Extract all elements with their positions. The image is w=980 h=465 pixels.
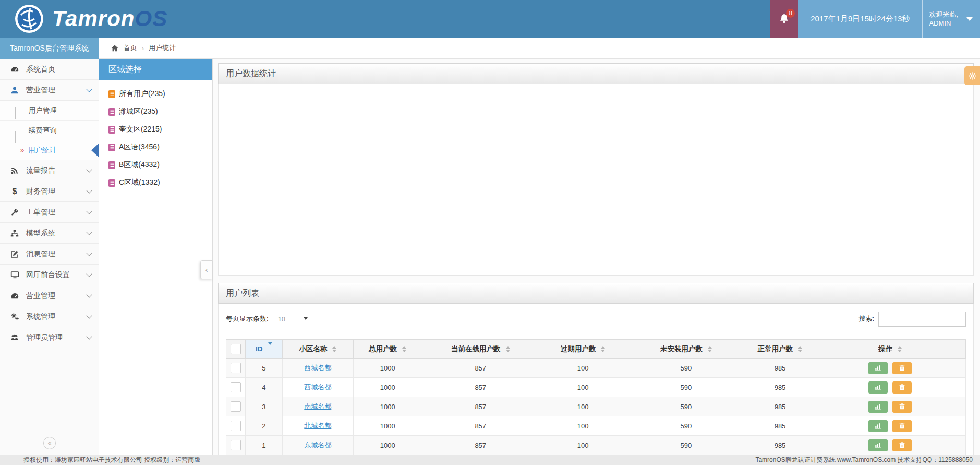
community-link[interactable]: 西城名都	[304, 383, 331, 391]
cell-normal: 985	[745, 436, 815, 455]
tachometer-icon	[9, 291, 20, 300]
delete-button[interactable]	[892, 439, 912, 451]
region-item-weicheng[interactable]: 潍城区(235)	[108, 103, 212, 121]
search-label: 搜索:	[858, 314, 874, 324]
sidebar-item-system-management[interactable]: 系统管理	[0, 306, 99, 327]
trash-icon	[899, 364, 905, 372]
delete-button[interactable]	[892, 401, 912, 413]
logo-globe-icon	[15, 4, 44, 33]
column-header-id[interactable]: ID	[245, 340, 282, 359]
breadcrumb-home[interactable]: 首页	[124, 43, 137, 53]
cell-id: 1	[245, 436, 282, 455]
footer: 授权使用：潍坊家园驿站电子技术有限公司 授权级别：运营商版 TamronOS腾龙…	[0, 455, 980, 465]
list-icon	[108, 161, 115, 169]
community-link[interactable]: 东城名都	[304, 441, 331, 449]
chevron-down-icon	[86, 292, 92, 297]
business-submenu: 用户管理 续费查询 » 用户统计	[0, 101, 99, 160]
delete-button[interactable]	[892, 420, 912, 432]
breadcrumb-current: 用户统计	[149, 43, 176, 53]
chevron-down-icon	[86, 250, 92, 256]
community-link[interactable]: 南城名都	[304, 402, 331, 410]
main-content: 用户数据统计 用户列表 每页显示条数: 10	[213, 59, 980, 455]
search-input[interactable]	[878, 312, 966, 327]
trash-icon	[899, 442, 905, 449]
table-row: 1 东城名都 1000 857 100 590 985	[226, 436, 966, 455]
column-header-total[interactable]: 总用户数	[353, 340, 422, 359]
delete-button[interactable]	[892, 362, 912, 374]
chart-button[interactable]	[868, 420, 888, 432]
user-menu[interactable]: 欢迎光临, ADMIN	[922, 0, 980, 38]
row-checkbox[interactable]	[231, 382, 241, 392]
rss-icon	[9, 166, 20, 175]
row-checkbox[interactable]	[231, 401, 241, 412]
sidebar-item-business-management[interactable]: 营业管理	[0, 80, 99, 101]
row-checkbox[interactable]	[231, 440, 241, 450]
sidebar-subitem-user-management[interactable]: 用户管理	[0, 101, 99, 121]
sidebar-item-admin-management[interactable]: 管理员管理	[0, 327, 99, 348]
column-header-uninstalled[interactable]: 未安装用户数	[627, 340, 745, 359]
sidebar-item-business-management-2[interactable]: 营业管理	[0, 285, 99, 306]
tree-dash	[15, 130, 21, 130]
region-panel-collapse-handle[interactable]: ‹	[200, 260, 213, 279]
sidebar-item-work-order-management[interactable]: 工单管理	[0, 202, 99, 223]
notification-badge: 8	[786, 9, 795, 18]
row-checkbox[interactable]	[231, 421, 241, 431]
sidebar-subitem-renewal-query[interactable]: 续费查询	[0, 121, 99, 140]
column-header-normal[interactable]: 正常用户数	[745, 340, 815, 359]
chart-button[interactable]	[868, 381, 888, 394]
breadcrumb: 首页 › 用户统计	[99, 38, 980, 59]
region-item-kuiwen[interactable]: 奎文区(2215)	[108, 121, 212, 138]
logo: TamronOS	[0, 0, 167, 38]
select-all-checkbox[interactable]	[231, 344, 241, 354]
chart-button[interactable]	[868, 401, 888, 413]
select-all-header	[226, 340, 246, 359]
cell-uninstalled: 590	[627, 397, 745, 416]
row-checkbox[interactable]	[231, 363, 241, 373]
region-panel-title: 区域选择	[99, 59, 212, 80]
footer-support-text: TamronOS腾龙认证计费系统 www.TamronOS.com 技术支持QQ…	[755, 456, 973, 464]
chevron-down-icon	[86, 313, 92, 318]
column-header-expired[interactable]: 过期用户数	[539, 340, 627, 359]
notifications-button[interactable]: 8	[770, 0, 798, 38]
column-header-name[interactable]: 小区名称	[282, 340, 353, 359]
region-item-b[interactable]: B区域(4332)	[108, 156, 212, 174]
sidebar-item-traffic-report[interactable]: 流量报告	[0, 160, 99, 181]
users-icon	[9, 333, 20, 342]
sort-desc-icon	[268, 345, 272, 353]
chart-button[interactable]	[868, 362, 888, 374]
cell-online: 857	[422, 359, 539, 378]
community-link[interactable]: 西城名都	[304, 364, 331, 372]
cell-id: 2	[245, 416, 282, 436]
sidebar: TamronOS后台管理系统 系统首页 营业管理 用户管理	[0, 38, 99, 455]
sidebar-item-portal-settings[interactable]: 网厅前台设置	[0, 265, 99, 285]
dollar-icon: $	[9, 187, 20, 196]
chart-button[interactable]	[868, 439, 888, 451]
desktop-icon	[9, 271, 20, 279]
sidebar-item-message-management[interactable]: 消息管理	[0, 244, 99, 265]
chevron-down-icon	[86, 333, 92, 339]
table-row: 2 北城名都 1000 857 100 590 985	[226, 416, 966, 436]
sidebar-item-finance-management[interactable]: $ 财务管理	[0, 181, 99, 202]
settings-gear-tab[interactable]	[964, 66, 980, 85]
region-item-all-users[interactable]: 所有用户(235)	[108, 85, 212, 103]
sidebar-subitem-user-stats[interactable]: » 用户统计	[0, 140, 99, 160]
cell-normal: 985	[745, 397, 815, 416]
cell-expired: 100	[539, 378, 627, 397]
region-item-a[interactable]: A区语(3456)	[108, 138, 212, 156]
column-header-online[interactable]: 当前在线用户数	[422, 340, 539, 359]
column-header-actions[interactable]: 操作	[815, 340, 965, 359]
page-size-label: 每页显示条数:	[226, 314, 269, 324]
sort-icon	[898, 346, 902, 352]
sidebar-item-model-system[interactable]: 模型系统	[0, 223, 99, 244]
datetime-display: 2017年1月9日15时24分13秒	[798, 0, 922, 38]
sidebar-item-system-home[interactable]: 系统首页	[0, 59, 99, 80]
region-item-c[interactable]: C区域(1332)	[108, 174, 212, 192]
page-size-select[interactable]: 10	[273, 312, 311, 326]
caret-down-icon	[966, 17, 973, 21]
sidebar-collapse-button[interactable]: «	[43, 437, 56, 449]
cell-expired: 100	[539, 359, 627, 378]
delete-button[interactable]	[892, 381, 912, 394]
community-link[interactable]: 北城名都	[304, 422, 331, 430]
cell-uninstalled: 590	[627, 359, 745, 378]
user-list-panel-title: 用户列表	[218, 283, 974, 304]
